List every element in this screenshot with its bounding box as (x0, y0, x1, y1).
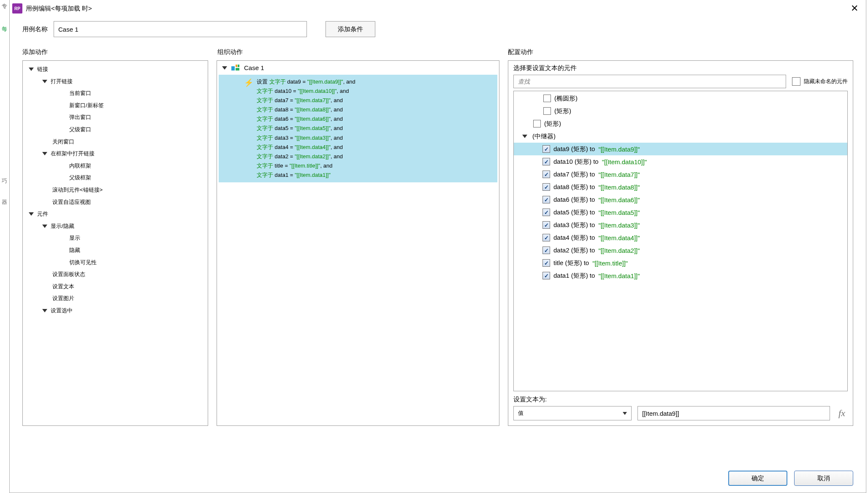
checkbox-icon[interactable] (542, 259, 550, 267)
widget-item-row[interactable]: data4 (矩形) to "[[Item.data4]]" (514, 231, 847, 244)
case-name-input[interactable] (54, 21, 307, 37)
widget-item-row[interactable]: title (矩形) to "[[Item.title]]" (514, 257, 847, 269)
action-set-text[interactable]: ⚡ 设置 文字于 data9 = "[[Item.data9]]", and文字… (219, 75, 497, 182)
cancel-button[interactable]: 取消 (794, 471, 853, 486)
action-tree-item[interactable]: 显示/隐藏 (23, 220, 208, 233)
action-tree-item[interactable]: 新窗口/新标签 (23, 100, 208, 112)
widget-tree-scroll[interactable]: (椭圆形)(矩形)(矩形)(中继器)data9 (矩形) to "[[Item.… (513, 91, 848, 391)
widget-row[interactable]: (矩形) (514, 117, 847, 130)
search-input[interactable] (513, 75, 786, 88)
case-row[interactable]: Case 1 (218, 62, 498, 74)
action-line: 文字于 data6 = "[[Item.data6]]", and (257, 114, 355, 124)
action-tree-item[interactable]: 设置自适应视图 (23, 196, 208, 209)
action-tree-item[interactable]: 弹出窗口 (23, 111, 208, 124)
checkbox-icon[interactable] (542, 196, 550, 203)
action-tree-item[interactable]: 设置选中 (23, 305, 208, 317)
action-tree-item[interactable]: 元件 (23, 208, 208, 220)
widget-label: (椭圆形) (554, 95, 578, 103)
action-line: 文字于 data7 = "[[Item.data7]]", and (257, 96, 355, 105)
action-tree-item[interactable]: 设置面板状态 (23, 268, 208, 281)
caret-down-icon (29, 212, 34, 216)
organize-panel: Case 1 ⚡ 设置 文字于 data9 = "[[Item.data9]]"… (217, 60, 499, 426)
action-tree-item[interactable]: 设置文本 (23, 281, 208, 293)
checkbox-icon[interactable] (542, 221, 550, 229)
widget-item-row[interactable]: data2 (矩形) to "[[Item.data2]]" (514, 244, 847, 257)
action-line: 文字于 data2 = "[[Item.data2]]", and (257, 152, 355, 161)
widget-item-row[interactable]: data6 (矩形) to "[[Item.data6]]" (514, 193, 847, 206)
widget-item-row[interactable]: data3 (矩形) to "[[Item.data3]]" (514, 219, 847, 231)
widget-label: (矩形) (544, 120, 561, 128)
action-tree-item[interactable]: 内联框架 (23, 160, 208, 172)
action-tree-item[interactable]: 当前窗口 (23, 87, 208, 100)
tree-label: 设置自适应视图 (52, 196, 91, 209)
widget-item-value: "[[Item.data6]]" (598, 196, 640, 203)
action-tree-item[interactable]: 打开链接 (23, 76, 208, 88)
svg-rect-0 (231, 66, 235, 70)
widget-item-label: data1 (矩形) to (553, 272, 595, 280)
action-tree-item[interactable]: 父级窗口 (23, 124, 208, 136)
action-tree-item[interactable]: 显示 (23, 232, 208, 244)
widget-item-row[interactable]: data10 (矩形) to "[[Item.data10]]" (514, 155, 847, 168)
caret-down-icon (522, 135, 527, 138)
tree-label: 设置图片 (52, 293, 74, 305)
action-tree-item[interactable]: 滚动到元件<锚链接> (23, 184, 208, 196)
header-organize-action: 组织动作 (217, 48, 508, 56)
action-line: 文字于 data8 = "[[Item.data8]]", and (257, 105, 355, 114)
action-tree-item[interactable]: 切换可见性 (23, 257, 208, 269)
ok-button[interactable]: 确定 (728, 471, 787, 486)
widget-item-row[interactable]: data8 (矩形) to "[[Item.data8]]" (514, 181, 847, 193)
tree-label: 打开链接 (51, 76, 73, 88)
case-editor-dialog: RP 用例编辑<每项加载 时> ✕ 用例名称 添加条件 添加动作 组织动作 配置… (9, 0, 866, 493)
close-icon[interactable]: ✕ (846, 1, 863, 16)
checkbox-icon[interactable] (542, 145, 550, 153)
widget-item-row[interactable]: data5 (矩形) to "[[Item.data5]]" (514, 206, 847, 219)
widget-label: (矩形) (554, 107, 571, 115)
actions-tree-panel: 链接打开链接当前窗口新窗口/新标签弹出窗口父级窗口关闭窗口在框架中打开链接内联框… (22, 60, 208, 426)
action-tree-item[interactable]: 父级框架 (23, 172, 208, 184)
widget-item-label: data9 (矩形) to (553, 145, 595, 153)
checkbox-icon[interactable] (542, 158, 550, 165)
widget-row[interactable]: (矩形) (514, 105, 847, 117)
actions-tree-scroll[interactable]: 链接打开链接当前窗口新窗口/新标签弹出窗口父级窗口关闭窗口在框架中打开链接内联框… (23, 61, 208, 425)
action-tree-item[interactable]: 链接 (23, 63, 208, 76)
hide-unnamed-checkbox[interactable]: 隐藏未命名的元件 (792, 77, 848, 86)
configure-panel: 选择要设置文本的元件 隐藏未命名的元件 (椭圆形)(矩形)(矩形)(中继器)da… (508, 60, 853, 426)
svg-rect-3 (236, 68, 239, 70)
case-label: Case 1 (244, 64, 264, 71)
header-configure-action: 配置动作 (508, 48, 853, 56)
widget-item-row[interactable]: data9 (矩形) to "[[Item.data9]]" (514, 143, 847, 155)
action-tree-item[interactable]: 在框架中打开链接 (23, 148, 208, 160)
tree-label: 设置选中 (51, 305, 73, 317)
action-tree-item[interactable]: 关闭窗口 (23, 136, 208, 148)
widget-item-value: "[[Item.data1]]" (598, 272, 640, 279)
tree-label: 显示/隐藏 (51, 220, 74, 233)
action-tree-item[interactable]: 隐藏 (23, 244, 208, 257)
widget-item-value: "[[Item.data3]]" (598, 222, 640, 229)
set-text-type-dropdown[interactable]: 值 (513, 406, 632, 420)
action-line: 文字于 data4 = "[[Item.data4]]", and (257, 143, 355, 152)
tree-label: 设置文本 (52, 281, 74, 293)
tree-label: 元件 (37, 208, 48, 220)
checkbox-icon[interactable] (533, 120, 541, 127)
checkbox-icon[interactable] (542, 171, 550, 178)
action-line: 文字于 data10 = "[[Item.data10]]", and (257, 87, 355, 96)
action-line: 文字于 data1 = "[[Item.data1]]" (257, 171, 355, 180)
checkbox-icon[interactable] (543, 95, 551, 102)
fx-icon[interactable]: fx (836, 408, 848, 419)
set-text-value-input[interactable] (637, 406, 830, 420)
checkbox-icon[interactable] (543, 107, 551, 115)
widget-row[interactable]: (椭圆形) (514, 92, 847, 105)
checkbox-icon[interactable] (542, 209, 550, 216)
checkbox-icon[interactable] (542, 183, 550, 191)
add-condition-button[interactable]: 添加条件 (326, 21, 375, 37)
checkbox-icon[interactable] (542, 234, 550, 241)
checkbox-icon[interactable] (542, 246, 550, 254)
widget-item-row[interactable]: data7 (矩形) to "[[Item.data7]]" (514, 168, 847, 181)
repeater-row[interactable]: (中继器) (514, 130, 847, 143)
checkbox-icon[interactable] (542, 272, 550, 279)
tree-label: 新窗口/新标签 (69, 100, 104, 112)
action-tree-item[interactable]: 设置图片 (23, 293, 208, 305)
tree-label: 弹出窗口 (69, 111, 91, 124)
widget-item-row[interactable]: data1 (矩形) to "[[Item.data1]]" (514, 269, 847, 282)
caret-down-icon (42, 80, 47, 83)
